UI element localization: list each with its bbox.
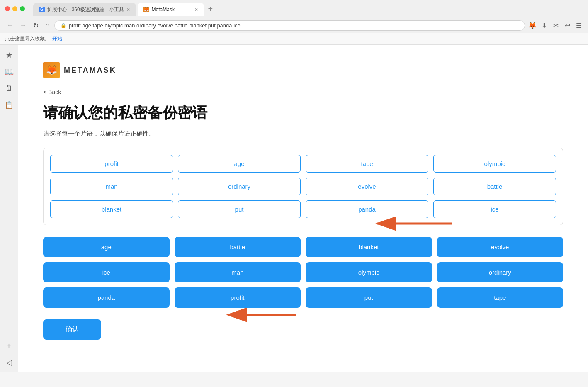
back-link[interactable]: < Back — [43, 89, 61, 95]
forward-nav-button[interactable]: → — [18, 20, 28, 31]
word-display-grid: profitagetapeolympicmanordinaryevolvebat… — [43, 148, 563, 225]
word-chip-man[interactable]: man — [50, 178, 173, 195]
cut-icon[interactable]: ✂ — [552, 21, 560, 29]
bookmarks-bar: 点击这里导入收藏。 开始 — [0, 33, 588, 45]
word-chip-age[interactable]: age — [178, 155, 301, 173]
close-window-button[interactable] — [5, 6, 10, 11]
tab-extensions[interactable]: G 扩展中心 - 360极速浏览器 - 小工具 × — [33, 3, 136, 16]
sidebar: ★ 📖 🗓 📋 + ◁ — [0, 45, 18, 372]
word-select-btn-ordinary[interactable]: ordinary — [437, 262, 564, 282]
word-chip-ordinary[interactable]: ordinary — [178, 178, 301, 195]
word-chip-blanket[interactable]: blanket — [50, 200, 173, 218]
word-chip-tape[interactable]: tape — [306, 155, 428, 173]
window-controls — [5, 6, 25, 11]
word-select-btn-put[interactable]: put — [306, 287, 432, 308]
address-text: profit age tape olympic man ordinary evo… — [69, 22, 241, 29]
bookmarks-start-link[interactable]: 开始 — [52, 35, 62, 42]
menu-icon[interactable]: ☰ — [575, 21, 583, 29]
tab1-label: 扩展中心 - 360极速浏览器 - 小工具 — [47, 6, 124, 13]
new-tab-button[interactable]: + — [206, 4, 216, 14]
tab1-close-icon[interactable]: × — [126, 6, 130, 13]
word-chip-olympic[interactable]: olympic — [433, 155, 556, 173]
title-bar: G 扩展中心 - 360极速浏览器 - 小工具 × 🦊 MetaMask × + — [0, 0, 588, 17]
sidebar-collapse-icon[interactable]: ◁ — [4, 358, 14, 368]
tab-metamask[interactable]: 🦊 MetaMask × — [138, 3, 204, 16]
address-bar[interactable]: 🔒 profit age tape olympic man ordinary e… — [54, 20, 525, 31]
word-select-btn-blanket[interactable]: blanket — [306, 237, 432, 257]
sidebar-calendar-icon[interactable]: 🗓 — [4, 83, 14, 93]
metamask-logo-row: 🦊 METAMASK — [43, 62, 563, 78]
sidebar-book-icon[interactable]: 📖 — [4, 67, 14, 77]
tab2-favicon: 🦊 — [143, 7, 149, 12]
home-button[interactable]: ⌂ — [44, 20, 51, 31]
word-select-grid: agebattleblanketevolveicemanolympicordin… — [43, 237, 563, 308]
word-chip-ice[interactable]: ice — [433, 200, 556, 218]
metamask-fox-logo: 🦊 — [43, 62, 60, 78]
page-title: 请确认您的私密备份密语 — [43, 103, 563, 123]
bookmarks-text: 点击这里导入收藏。 — [5, 35, 50, 42]
word-select-btn-ice[interactable]: ice — [43, 262, 170, 282]
word-select-btn-olympic[interactable]: olympic — [306, 262, 432, 282]
refresh-icon[interactable]: ↩ — [563, 21, 571, 29]
maximize-window-button[interactable] — [20, 6, 25, 11]
address-bar-row: ← → ↻ ⌂ 🔒 profit age tape olympic man or… — [0, 17, 588, 33]
word-select-btn-man[interactable]: man — [175, 262, 301, 282]
metamask-extension-icon[interactable]: 🦊 — [528, 21, 537, 29]
tab2-label: MetaMask — [152, 7, 175, 12]
sidebar-add-icon[interactable]: + — [4, 341, 14, 351]
word-select-btn-evolve[interactable]: evolve — [437, 237, 564, 257]
word-chip-battle[interactable]: battle — [433, 178, 556, 195]
page-subtitle: 请选择每一个片语，以确保片语正确性。 — [43, 130, 563, 138]
word-chip-panda[interactable]: panda — [306, 200, 428, 218]
minimize-window-button[interactable] — [12, 6, 17, 11]
word-chip-put[interactable]: put — [178, 200, 301, 218]
sidebar-star-icon[interactable]: ★ — [4, 50, 14, 60]
back-nav-button[interactable]: ← — [5, 20, 15, 31]
confirm-button[interactable]: 确认 — [43, 319, 101, 340]
tab2-close-icon[interactable]: × — [194, 6, 198, 13]
page-content: 🦊 METAMASK < Back 请确认您的私密备份密语 请选择每一个片语，以… — [18, 45, 588, 372]
tabs-bar: G 扩展中心 - 360极速浏览器 - 小工具 × 🦊 MetaMask × + — [28, 1, 583, 16]
browser-right-icons: 🦊 ⬇ ✂ ↩ ☰ — [528, 21, 583, 29]
word-chip-evolve[interactable]: evolve — [306, 178, 428, 195]
lock-icon: 🔒 — [61, 23, 66, 28]
word-select-btn-profit[interactable]: profit — [175, 287, 301, 308]
word-select-btn-age[interactable]: age — [43, 237, 170, 257]
metamask-title: METAMASK — [64, 66, 117, 75]
word-select-btn-tape[interactable]: tape — [437, 287, 564, 308]
download-icon[interactable]: ⬇ — [540, 21, 548, 29]
word-chip-profit[interactable]: profit — [50, 155, 173, 173]
sidebar-note-icon[interactable]: 📋 — [4, 100, 14, 110]
tab1-favicon: G — [39, 7, 45, 12]
browser-layout: ★ 📖 🗓 📋 + ◁ 🦊 METAMASK < Back 请确认您的私密备份密… — [0, 45, 588, 372]
refresh-button[interactable]: ↻ — [32, 20, 40, 31]
word-select-btn-panda[interactable]: panda — [43, 287, 170, 308]
word-select-btn-battle[interactable]: battle — [175, 237, 301, 257]
browser-chrome: G 扩展中心 - 360极速浏览器 - 小工具 × 🦊 MetaMask × +… — [0, 0, 588, 45]
